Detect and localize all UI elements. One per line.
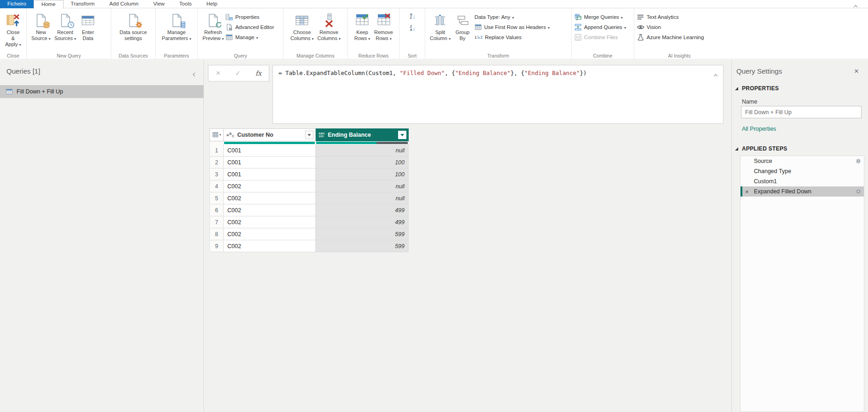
quality-bar-ending-balance bbox=[316, 141, 409, 145]
vision-button[interactable]: Vision bbox=[637, 22, 704, 32]
tab-view[interactable]: View bbox=[146, 0, 172, 8]
tab-tools[interactable]: Tools bbox=[172, 0, 199, 8]
combine-files-button[interactable]: Combine Files bbox=[574, 32, 626, 42]
advanced-editor-button[interactable]: Advanced Editor bbox=[226, 22, 274, 32]
new-source-label: New Source bbox=[31, 29, 51, 42]
choose-columns-button[interactable]: Choose Columns bbox=[289, 11, 315, 42]
cell-customer-no[interactable]: C001 bbox=[224, 168, 316, 180]
tab-home[interactable]: Home bbox=[34, 0, 64, 9]
query-list-item[interactable]: Fill Down + Fill Up bbox=[0, 85, 203, 98]
properties-button[interactable]: Properties bbox=[226, 12, 274, 22]
cell-ending-balance[interactable]: 100 bbox=[316, 168, 409, 180]
collapse-queries-panel-button[interactable] bbox=[193, 70, 196, 78]
filter-dropdown-button[interactable] bbox=[305, 131, 313, 139]
tab-add-column[interactable]: Add Column bbox=[102, 0, 146, 8]
row-number: 2 bbox=[209, 157, 224, 168]
formula-input[interactable]: = Table.ExpandTableColumn(Custom1, "Fill… bbox=[272, 65, 723, 124]
append-queries-button[interactable]: Append Queries bbox=[574, 22, 626, 32]
close-apply-label: Close & Apply bbox=[5, 29, 22, 48]
fx-add-step-button[interactable]: fx bbox=[255, 70, 261, 77]
cell-ending-balance[interactable]: 499 bbox=[316, 204, 409, 216]
text-analytics-button[interactable]: Text Analytics bbox=[637, 12, 704, 22]
replace-values-button[interactable]: 1↳2 Replace Values bbox=[475, 32, 550, 42]
remove-step-icon[interactable]: × bbox=[745, 188, 749, 195]
gear-icon[interactable] bbox=[856, 189, 861, 194]
remove-columns-button[interactable]: Remove Columns bbox=[316, 11, 342, 42]
cell-customer-no[interactable]: C002 bbox=[224, 216, 316, 228]
enter-data-button[interactable]: Enter Data bbox=[78, 11, 98, 42]
query-settings-title: Query Settings bbox=[736, 67, 782, 75]
queries-panel: Queries [1] Fill Down + Fill Up bbox=[0, 60, 204, 412]
data-type-button[interactable]: Data Type: Any bbox=[475, 12, 550, 22]
data-source-settings-button[interactable]: Data source settings bbox=[118, 11, 149, 42]
keep-rows-button[interactable]: Keep Rows bbox=[352, 11, 372, 42]
group-by-button[interactable]: Group By bbox=[452, 11, 473, 42]
cell-customer-no[interactable]: C002 bbox=[224, 228, 316, 240]
collapse-ribbon-button[interactable] bbox=[854, 2, 861, 6]
select-all-corner-button[interactable]: ▾ bbox=[209, 128, 224, 141]
refresh-preview-button[interactable]: Refresh Preview bbox=[201, 11, 226, 42]
tab-transform[interactable]: Transform bbox=[64, 0, 102, 8]
cell-customer-no[interactable]: C002 bbox=[224, 192, 316, 204]
cell-ending-balance[interactable]: 499 bbox=[316, 216, 409, 228]
cell-customer-no[interactable]: C001 bbox=[224, 145, 316, 157]
commit-formula-button[interactable]: ✓ bbox=[235, 69, 241, 77]
table-row: 8 C002 599 bbox=[209, 228, 409, 240]
cell-ending-balance[interactable]: 100 bbox=[316, 157, 409, 168]
close-apply-button[interactable]: Close & Apply bbox=[3, 11, 23, 48]
cell-customer-no[interactable]: C001 bbox=[224, 157, 316, 168]
cell-ending-balance[interactable]: null bbox=[316, 192, 409, 204]
tab-ficheiro[interactable]: Ficheiro bbox=[0, 0, 34, 8]
query-name-input[interactable] bbox=[741, 106, 862, 118]
table-icon bbox=[475, 23, 482, 31]
recent-sources-button[interactable]: Recent Sources bbox=[52, 11, 78, 42]
azure-ml-button[interactable]: Azure Machine Learning bbox=[637, 32, 704, 42]
merge-queries-button[interactable]: Merge Queries bbox=[574, 12, 626, 22]
close-icon[interactable]: × bbox=[854, 67, 859, 76]
column-header-ending-balance[interactable]: ABC123 Ending Balance bbox=[316, 128, 409, 141]
filter-dropdown-button[interactable] bbox=[398, 131, 406, 139]
arrow-down-icon bbox=[412, 24, 416, 32]
section-expanded-icon bbox=[735, 147, 738, 151]
column-header-customer-no[interactable]: ABC Customer No bbox=[224, 128, 316, 141]
properties-section-header[interactable]: PROPERTIES bbox=[735, 85, 779, 92]
vertical-scrollbar[interactable] bbox=[726, 60, 732, 412]
sort-descending-button[interactable]: Z A bbox=[410, 23, 416, 33]
column-quality-bar-row bbox=[209, 141, 409, 145]
cell-ending-balance[interactable]: null bbox=[316, 145, 409, 157]
table-row: 9 C002 599 bbox=[209, 240, 409, 252]
step-source[interactable]: Source bbox=[741, 156, 864, 166]
cell-ending-balance[interactable]: 599 bbox=[316, 240, 409, 252]
step-custom1[interactable]: Custom1 bbox=[741, 176, 864, 186]
gear-icon bbox=[135, 21, 143, 29]
new-source-button[interactable]: New Source bbox=[29, 11, 52, 42]
split-column-button[interactable]: Split Column bbox=[428, 11, 452, 42]
step-expanded-filled-down[interactable]: × Expanded Filled Down bbox=[741, 186, 864, 197]
cell-customer-no[interactable]: C002 bbox=[224, 180, 316, 192]
manage-query-button[interactable]: Manage bbox=[226, 32, 274, 42]
manage-parameters-button[interactable]: Manage Parameters bbox=[160, 11, 193, 42]
gear-icon[interactable] bbox=[856, 158, 861, 164]
remove-rows-button[interactable]: Remove Rows bbox=[372, 11, 395, 42]
cell-ending-balance[interactable]: 599 bbox=[316, 228, 409, 240]
cell-customer-no[interactable]: C002 bbox=[224, 204, 316, 216]
use-first-row-button[interactable]: Use First Row as Headers bbox=[475, 22, 550, 32]
ribbon-group-combine: Merge Queries Append Queries Combine Fil… bbox=[572, 8, 634, 59]
cell-ending-balance[interactable]: null bbox=[316, 180, 409, 192]
group-label-manage-columns: Manage Columns bbox=[284, 53, 347, 58]
table-select-icon bbox=[212, 131, 220, 139]
applied-steps-section-header[interactable]: APPLIED STEPS bbox=[735, 145, 787, 152]
expand-formula-bar-button[interactable] bbox=[714, 72, 717, 79]
remove-columns-icon bbox=[322, 13, 336, 28]
properties-icon bbox=[226, 13, 233, 21]
tab-help[interactable]: Help bbox=[199, 0, 225, 8]
all-properties-link[interactable]: All Properties bbox=[742, 126, 776, 132]
cancel-formula-button[interactable]: × bbox=[216, 69, 220, 78]
sort-ascending-button[interactable]: A Z bbox=[410, 12, 416, 21]
advanced-editor-label: Advanced Editor bbox=[235, 24, 274, 30]
row-number: 7 bbox=[209, 216, 224, 228]
cell-customer-no[interactable]: C002 bbox=[224, 240, 316, 252]
data-type-label: Data Type: Any bbox=[475, 14, 510, 20]
data-preview-table: ▾ ABC Customer No ABC123 Ending Balance bbox=[209, 128, 409, 252]
step-changed-type[interactable]: Changed Type bbox=[741, 166, 864, 176]
